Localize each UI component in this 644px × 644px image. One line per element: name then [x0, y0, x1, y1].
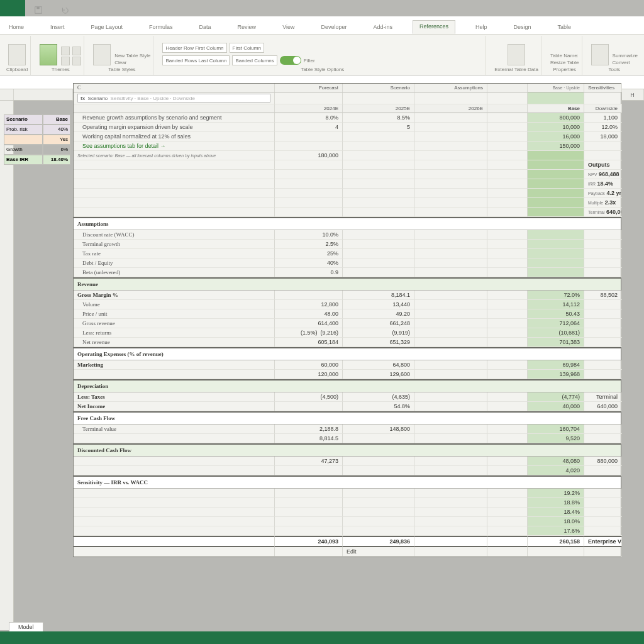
ribbon-group-properties: Table Name: Resize Table Properties — [548, 36, 582, 75]
ribbon-group-themes: Themes — [37, 36, 84, 75]
sheet-tab[interactable]: Model — [9, 622, 43, 631]
status-bar — [0, 631, 644, 644]
refresh-icon[interactable] — [508, 44, 525, 65]
summary-row: Base IRR18.40% — [4, 155, 70, 165]
section-header: Discounted Cash Flow — [74, 443, 621, 457]
ribbon-tab[interactable]: Table — [552, 21, 578, 34]
ribbon-tab[interactable]: View — [276, 21, 301, 34]
section-header: Depreciation — [74, 379, 621, 392]
ribbon-body: Clipboard Themes New Table Style Clear T… — [0, 34, 644, 75]
filter-toggle[interactable] — [280, 56, 301, 65]
ribbon-tab[interactable]: Developer — [314, 21, 353, 34]
ribbon-tab[interactable]: References — [413, 20, 455, 34]
ribbon-group-external: External Table Data — [492, 36, 541, 75]
swatch-icon[interactable] — [61, 47, 70, 55]
worksheet[interactable]: CForecastScenarioAssumptionsBase · Upsid… — [73, 83, 621, 557]
ribbon-pill[interactable]: Banded Rows Last Column — [162, 55, 230, 65]
ribbon-btn[interactable]: Resize Table — [550, 60, 579, 65]
section-header: Sensitivity — IRR vs. WACC — [74, 475, 621, 489]
section-header: Operating Expenses (% of revenue) — [74, 347, 621, 360]
ribbon-label: Properties — [553, 67, 575, 72]
ribbon-group-clipboard: Clipboard — [4, 36, 31, 75]
ribbon-label: Table Styles — [108, 67, 135, 72]
style-gallery-icon[interactable] — [93, 44, 111, 65]
ribbon-btn[interactable]: Convert — [613, 60, 638, 65]
ribbon-tab[interactable]: Review — [231, 21, 263, 34]
ribbon-group-tools: Summarize Convert Tools — [589, 36, 640, 75]
ribbon-pill[interactable]: Header Row First Column — [162, 43, 226, 53]
ribbon-group-options: Header Row First Column First Column Ban… — [160, 36, 486, 75]
tools-icon[interactable] — [591, 44, 609, 65]
summary-row: Prob. risk40% — [4, 125, 70, 135]
ribbon-tabs: HomeInsertPage LayoutFormulasDataReviewV… — [0, 16, 644, 34]
ribbon-tab[interactable]: Insert — [44, 21, 71, 34]
ribbon-tab[interactable]: Add-ins — [367, 21, 399, 34]
ribbon-tab[interactable]: Formulas — [143, 21, 179, 34]
ribbon-tab[interactable]: Design — [508, 21, 538, 34]
col-header[interactable] — [14, 89, 73, 100]
section-header: Free Cash Flow — [74, 411, 621, 425]
undo-icon[interactable] — [55, 4, 74, 16]
svg-rect-1 — [36, 7, 39, 9]
col-header[interactable] — [0, 89, 14, 100]
ribbon-label: Table Name: — [550, 53, 579, 58]
summary-row: Growth6% — [4, 145, 70, 155]
quick-access-toolbar — [0, 0, 644, 16]
ribbon-tab[interactable]: Page Layout — [85, 21, 130, 34]
swatch-icon[interactable] — [72, 57, 81, 65]
ribbon-tab[interactable]: Home — [3, 21, 30, 34]
swatch-icon[interactable] — [72, 47, 81, 55]
summary-row: Yes — [4, 135, 70, 145]
ribbon-btn[interactable]: New Table Style — [114, 53, 150, 58]
section-header: Revenue — [74, 277, 621, 291]
ribbon-label: Tools — [608, 67, 620, 72]
ribbon-tab[interactable]: Data — [193, 21, 218, 34]
ribbon-label: Filter — [304, 58, 315, 64]
ribbon-label: Themes — [52, 67, 70, 72]
ribbon-label: Clipboard — [6, 67, 28, 72]
ribbon-label: External Table Data — [494, 67, 538, 72]
ribbon-pill[interactable]: First Column — [230, 43, 264, 53]
ribbon-tab[interactable]: Help — [469, 21, 494, 34]
swatch-icon[interactable] — [61, 57, 70, 65]
app-accent — [0, 0, 25, 16]
row-headers — [0, 101, 14, 630]
section-header: Assumptions — [74, 217, 621, 230]
ribbon-pill[interactable]: Banded Columns — [232, 55, 277, 65]
paste-icon[interactable] — [8, 44, 26, 65]
summary-block: ScenarioBaseProb. risk40%YesGrowth6%Base… — [4, 114, 70, 165]
ribbon-btn[interactable]: Clear — [114, 60, 150, 65]
ribbon-group-styles: New Table Style Clear Table Styles — [91, 36, 153, 75]
ribbon-btn[interactable]: Summarize — [613, 53, 638, 58]
summary-row: ScenarioBase — [4, 114, 70, 125]
theme-preview-icon[interactable] — [40, 44, 57, 65]
ribbon-label: Table Style Options — [301, 67, 344, 72]
col-header[interactable]: H — [621, 89, 644, 100]
save-icon[interactable] — [29, 4, 48, 16]
